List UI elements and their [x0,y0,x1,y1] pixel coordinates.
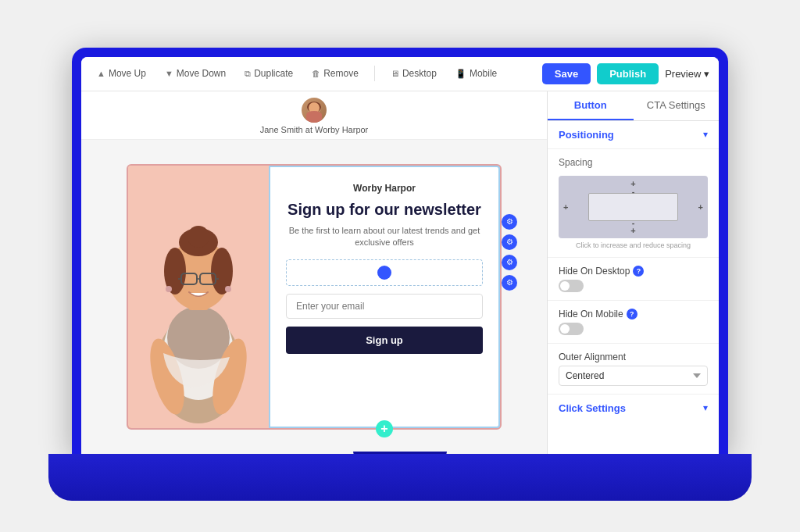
move-down-icon: ▼ [165,69,173,78]
tab-cta-settings[interactable]: CTA Settings [634,91,720,120]
toggle-knob-desktop [560,281,570,291]
slider-thumb[interactable] [377,266,391,280]
outer-alignment-section: Outer Alignment Left Centered Right [548,344,719,395]
spacing-box: + - + + - + Click to increase and reduce… [559,176,708,249]
desktop-button[interactable]: 🖥 Desktop [384,65,443,82]
screen-content: ▲ Move Up ▼ Move Down ⧉ Duplicate 🗑 Remo… [81,57,719,454]
main-area: Jane Smith at Worby Harpor [81,91,719,454]
spacing-plus-right[interactable]: + [698,202,703,212]
toggle-knob-mobile [560,324,570,334]
hide-mobile-label: Hide On Mobile ? [559,309,638,320]
avatar [302,98,327,123]
laptop-screen: ▲ Move Up ▼ Move Down ⧉ Duplicate 🗑 Remo… [72,48,728,454]
hide-desktop-info-icon: ? [633,266,644,277]
popup-container: Worby Harpor Sign up for our newsletter … [127,164,502,430]
move-up-icon: ▲ [97,69,105,78]
panel-tabs: Button CTA Settings [548,91,719,121]
hide-mobile-row: Hide On Mobile ? [559,309,708,320]
toolbar-divider [374,66,375,81]
hide-desktop-section: Hide On Desktop ? [548,258,719,301]
remove-button[interactable]: 🗑 Remove [305,65,365,82]
woman-figure [128,166,269,428]
desktop-icon: 🖥 [391,69,399,78]
popup-subtitle: Be the first to learn about our latest t… [286,225,483,249]
positioning-title: Positioning [559,129,614,141]
popup-title: Sign up for our newsletter [288,200,481,219]
avatar-image [302,98,327,123]
popup-canvas: Worby Harpor Sign up for our newsletter … [81,140,547,454]
gear-icon-1[interactable]: ⚙ [502,214,517,230]
right-panel: Button CTA Settings Positioning ▾ Spacin… [547,91,719,454]
click-settings-section[interactable]: Click Settings ▾ [548,395,719,422]
user-bar: Jane Smith at Worby Harpor [81,91,547,140]
email-input[interactable] [286,294,483,319]
mobile-button[interactable]: 📱 Mobile [449,65,503,82]
hide-desktop-label: Hide On Desktop ? [559,266,644,277]
popup-image-panel [128,166,269,428]
save-button[interactable]: Save [542,63,591,84]
hide-mobile-info-icon: ? [627,309,638,320]
spacing-plus-left[interactable]: + [563,202,568,212]
laptop-base [48,454,752,501]
duplicate-button[interactable]: ⧉ Duplicate [238,65,299,82]
move-down-button[interactable]: ▼ Move Down [159,65,232,82]
tab-button[interactable]: Button [548,91,634,120]
mobile-icon: 📱 [455,69,466,79]
positioning-chevron: ▾ [703,129,708,140]
spacing-section: Spacing + - + + - + Click to i [548,149,719,258]
svg-rect-4 [306,115,322,123]
spacing-inner-rect [588,193,678,221]
duplicate-icon: ⧉ [245,69,251,79]
popup-content-panel: Worby Harpor Sign up for our newsletter … [269,166,500,428]
popup-brand: Worby Harpor [353,183,416,194]
signup-button[interactable]: Sign up [286,327,483,354]
spacing-label: Spacing [559,157,708,168]
hide-mobile-section: Hide On Mobile ? [548,301,719,344]
spacing-plus-bottom[interactable]: + [630,226,635,235]
svg-point-22 [166,286,172,292]
click-settings-label: Click Settings [559,402,626,414]
outer-alignment-select[interactable]: Left Centered Right [559,366,708,386]
trash-icon: 🗑 [312,69,320,78]
add-section-button[interactable]: + [376,420,393,437]
gear-icon-2[interactable]: ⚙ [502,234,517,250]
gear-icon-3[interactable]: ⚙ [502,255,517,270]
preview-button[interactable]: Preview ▾ [665,68,709,80]
spacing-visual: + - + + - + [559,176,708,238]
spacing-minus-top[interactable]: - [632,187,635,196]
outer-alignment-label: Outer Alignment [559,352,708,362]
hide-mobile-toggle[interactable] [559,323,584,335]
user-name-label: Jane Smith at Worby Harpor [260,125,369,134]
click-settings-chevron: ▾ [703,402,708,413]
hide-desktop-toggle[interactable] [559,280,584,292]
hide-desktop-row: Hide On Desktop ? [559,266,708,277]
positioning-section: Positioning ▾ [548,121,719,149]
svg-point-23 [225,286,231,292]
move-up-button[interactable]: ▲ Move Up [91,65,152,82]
spacing-hint: Click to increase and reduce spacing [559,241,708,249]
popup-slider-row[interactable] [286,259,483,286]
publish-button[interactable]: Publish [597,63,659,84]
gear-icon-4[interactable]: ⚙ [502,275,517,291]
toolbar: ▲ Move Up ▼ Move Down ⧉ Duplicate 🗑 Remo… [81,57,719,91]
svg-point-12 [188,226,209,248]
canvas-area: Jane Smith at Worby Harpor [81,91,547,454]
gear-icons-group: ⚙ ⚙ ⚙ ⚙ [502,214,517,291]
positioning-header[interactable]: Positioning ▾ [559,129,708,141]
